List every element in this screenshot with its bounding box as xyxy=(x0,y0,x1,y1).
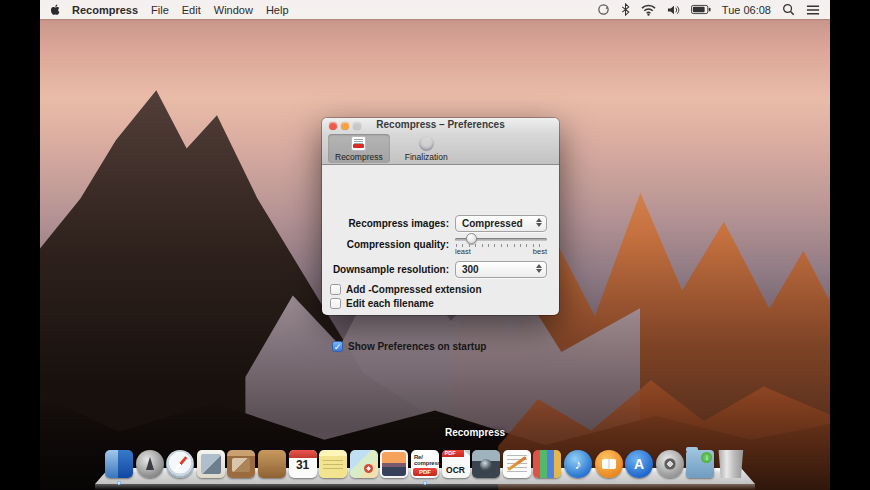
ocr-text: OCR xyxy=(442,465,470,475)
contacts-icon[interactable] xyxy=(227,450,255,478)
sync-icon[interactable] xyxy=(597,3,610,16)
compression-quality-slider[interactable]: least best xyxy=(455,233,547,255)
apple-menu-icon[interactable] xyxy=(49,3,62,16)
menu-bar: Recompress File Edit Window Help Tue 06:… xyxy=(40,0,830,19)
dictionary-icon[interactable] xyxy=(258,450,286,478)
desktop: Recompress File Edit Window Help Tue 06:… xyxy=(40,0,830,490)
checkbox-box[interactable] xyxy=(330,298,341,309)
appstore-letter: A xyxy=(634,456,644,472)
toolbar-tab-finalization[interactable]: Finalization xyxy=(398,134,455,163)
window-title: Recompress – Preferences xyxy=(322,119,559,130)
trash-icon[interactable] xyxy=(717,450,745,478)
running-indicator xyxy=(423,481,427,485)
ibooks-icon[interactable] xyxy=(595,450,623,478)
pdf-badge: PDF xyxy=(442,450,464,457)
itunes-icon[interactable]: ♪ xyxy=(564,450,592,478)
recompress-icon-text: Re/compress xyxy=(414,454,441,466)
spotlight-icon[interactable] xyxy=(782,3,795,16)
page-fold xyxy=(464,450,470,456)
downsample-resolution-label: Downsample resolution: xyxy=(322,264,455,275)
checkbox-box[interactable]: ✓ xyxy=(332,341,343,352)
downloads-folder-icon[interactable]: ↓ xyxy=(686,450,714,478)
safari-icon[interactable] xyxy=(166,450,194,478)
mail-icon[interactable] xyxy=(197,450,225,478)
recompress-images-popup[interactable]: Compressed xyxy=(455,215,547,232)
camera-app-icon[interactable] xyxy=(472,450,500,478)
preview-icon[interactable] xyxy=(380,450,408,478)
calendar-icon[interactable]: 31 xyxy=(289,450,317,478)
checkbox-edit-each-filename[interactable]: Edit each filename xyxy=(330,298,434,309)
launchpad-icon[interactable] xyxy=(136,450,164,478)
notes-icon[interactable] xyxy=(319,450,347,478)
music-note-glyph: ♪ xyxy=(574,456,581,472)
window-titlebar[interactable]: Recompress – Preferences xyxy=(322,118,559,133)
downsample-resolution-value: 300 xyxy=(462,264,479,275)
downsample-resolution-popup[interactable]: 300 xyxy=(455,261,547,278)
menu-app-name[interactable]: Recompress xyxy=(72,4,138,16)
textedit-icon[interactable] xyxy=(503,450,531,478)
menu-file[interactable]: File xyxy=(151,4,169,16)
recompress-doc-icon xyxy=(351,136,366,151)
preferences-window: Recompress – Preferences Recompress Fina… xyxy=(322,118,559,315)
popup-arrows-icon xyxy=(536,264,542,273)
compression-quality-label: Compression quality: xyxy=(322,239,455,250)
app-store-icon[interactable]: A xyxy=(625,450,653,478)
recompress-images-value: Compressed xyxy=(462,218,523,229)
toolbar-tab-label: Recompress xyxy=(335,152,383,162)
finalization-globe-icon xyxy=(419,136,434,151)
bluetooth-icon[interactable] xyxy=(621,3,630,16)
pdf-badge: PDF xyxy=(413,468,437,476)
calendar-day: 31 xyxy=(289,458,317,472)
toolbar-tab-label: Finalization xyxy=(405,152,448,162)
dock-hover-label: Recompress xyxy=(395,427,555,438)
menu-window[interactable]: Window xyxy=(214,4,253,16)
notification-center-icon[interactable] xyxy=(806,4,820,16)
checkbox-label: Show Preferences on startup xyxy=(348,341,486,352)
system-preferences-icon[interactable] xyxy=(656,450,684,478)
checkbox-add-compressed-extension[interactable]: Add -Compressed extension xyxy=(330,284,482,295)
finder-icon[interactable] xyxy=(105,450,133,478)
dock: Recompress 31 Re/compress PDF PDF xyxy=(95,430,755,490)
download-arrow-badge: ↓ xyxy=(701,452,712,463)
maps-icon[interactable] xyxy=(350,450,378,478)
checkbox-show-preferences-on-startup[interactable]: ✓ Show Preferences on startup xyxy=(332,341,486,352)
battery-icon[interactable] xyxy=(691,4,711,15)
recompress-images-label: Recompress images: xyxy=(322,218,455,229)
checkbox-label: Add -Compressed extension xyxy=(346,284,482,295)
checkbox-label: Edit each filename xyxy=(346,298,434,309)
recompress-app-icon[interactable]: Re/compress PDF xyxy=(411,450,439,478)
popup-arrows-icon xyxy=(536,218,542,227)
running-indicator xyxy=(117,481,121,485)
checkbox-box[interactable] xyxy=(330,284,341,295)
toolbar-tab-recompress[interactable]: Recompress xyxy=(328,134,390,163)
window-toolbar: Recompress Finalization xyxy=(322,133,559,165)
menu-clock[interactable]: Tue 06:08 xyxy=(722,4,771,16)
slider-thumb[interactable] xyxy=(466,233,477,244)
slider-max-label: best xyxy=(533,247,547,256)
menu-help[interactable]: Help xyxy=(266,4,289,16)
preferences-content: Recompress images: Compressed Compressio… xyxy=(322,165,559,314)
volume-icon[interactable] xyxy=(667,4,680,16)
media-app-icon[interactable] xyxy=(533,450,561,478)
slider-min-label: least xyxy=(455,247,471,256)
menu-edit[interactable]: Edit xyxy=(182,4,201,16)
wifi-icon[interactable] xyxy=(641,4,656,16)
pdf-ocr-icon[interactable]: PDF OCR xyxy=(442,450,470,478)
calendar-red-band xyxy=(289,450,317,458)
